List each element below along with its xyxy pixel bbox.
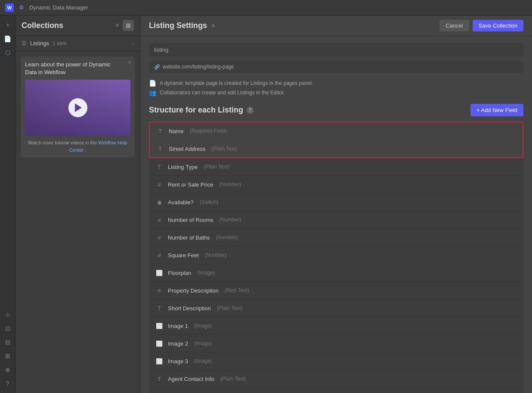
field-row-floorplan[interactable]: ⬜ Floorplan (Image) (149, 264, 523, 282)
field-name-label: Name (169, 128, 184, 134)
field-row-name[interactable]: T Name (Required Field) (150, 122, 523, 140)
structure-help-badge[interactable]: ? (247, 107, 254, 114)
highlighted-fields-group: T Name (Required Field) T Street Address… (149, 122, 523, 158)
app-title: Dynamic Data Manager (29, 4, 88, 11)
field-row-property-description[interactable]: ≡ Property Description (Rich Text) (149, 282, 523, 299)
listings-count: 1 item (53, 41, 67, 47)
sidebar-layout-icon[interactable]: ⊞ (2, 350, 14, 362)
icon-sidebar: ＋ 📄 ⬡ ⊹ ⊡ ⊟ ⊞ ⊕ ? (0, 16, 15, 393)
field-type-label-2: (Plain Text) (211, 146, 237, 152)
field-name-label-2: Street Address (169, 146, 205, 152)
tutorial-thumbnail[interactable] (25, 80, 130, 136)
tutorial-title: Learn about the power of Dynamic Data in… (25, 61, 130, 76)
sidebar-users-icon[interactable]: ⊕ (2, 364, 14, 376)
main-title: Listing Settings (149, 21, 207, 30)
main-close-button[interactable]: × (211, 22, 215, 30)
content-scroll: listing 🔗 website.com/listing/listing-pa… (140, 36, 532, 393)
play-button[interactable] (68, 98, 87, 117)
field-row-image-3[interactable]: ⬜ Image 3 (Image) (149, 352, 523, 370)
field-type-text-icon: T (156, 127, 164, 135)
field-icon-number-3: # (155, 233, 164, 242)
panel-header: Collections × ⊞ (15, 16, 140, 36)
listings-row[interactable]: ☰ Listings 1 item › (15, 36, 140, 51)
field-icon-richtext: ≡ (155, 286, 164, 295)
field-row-image-1[interactable]: ⬜ Image 1 (Image) (149, 317, 523, 335)
field-row-street-address[interactable]: T Street Address (Plain Text) (150, 140, 523, 157)
sidebar-sliders-icon[interactable]: ⊟ (2, 336, 14, 348)
panel-close-button[interactable]: × (115, 22, 119, 29)
field-row-short-description[interactable]: T Short Description (Plain Text) (149, 299, 523, 317)
normal-fields-group: T Listing Type (Plain Text) # Rent or Sa… (149, 158, 523, 387)
field-icon-t: T (155, 162, 164, 171)
field-icon-t-2: T (155, 304, 164, 312)
field-row-agent-contact[interactable]: T Agent Contact Info (Plain Text) (149, 370, 523, 387)
tutorial-close-button[interactable]: × (128, 59, 131, 66)
add-collection-icon: ⊞ (126, 22, 131, 29)
field-icon-image-2: ⬜ (155, 321, 164, 330)
field-icon-switch: ◉ (155, 198, 164, 206)
add-field-row[interactable]: + + Add Field (149, 387, 523, 393)
info-row-2: 👥 Collaborators can create and edit List… (149, 89, 523, 96)
field-icon-image-4: ⬜ (155, 357, 164, 365)
link-icon: 🔗 (154, 64, 160, 70)
panel-title: Collections (22, 21, 63, 30)
top-bar: W ⚙ Dynamic Data Manager (0, 0, 532, 16)
field-row-rent-sale-price[interactable]: # Rent or Sale Price (Number) (149, 176, 523, 193)
page-icon: 📄 (149, 80, 156, 87)
tutorial-card: × Learn about the power of Dynamic Data … (21, 56, 135, 158)
cancel-button[interactable]: Cancel (439, 20, 469, 31)
add-new-field-button[interactable]: + Add New Field (470, 104, 523, 116)
field-type-text-icon-2: T (156, 144, 164, 153)
field-type-label: (Required Field) (190, 128, 227, 134)
structure-header: Structure for each Listing ? + Add New F… (149, 104, 523, 116)
field-icon-number-4: # (155, 251, 164, 259)
field-icon-number: # (155, 180, 164, 189)
field-icon-image-3: ⬜ (155, 339, 164, 348)
sidebar-add-button[interactable]: ＋ (2, 19, 14, 31)
collections-panel: Collections × ⊞ ☰ Listings 1 item › × Le… (15, 16, 140, 393)
field-row-number-of-baths[interactable]: # Number of Baths (Number) (149, 229, 523, 246)
field-row-number-of-rooms[interactable]: # Number of Rooms (Number) (149, 211, 523, 229)
main-header: Listing Settings × Cancel Save Collectio… (140, 16, 532, 36)
listings-icon: ☰ (22, 40, 27, 47)
fields-container: T Name (Required Field) T Street Address… (149, 122, 523, 393)
sidebar-cms-icon[interactable]: ⬡ (2, 47, 14, 59)
save-collection-button[interactable]: Save Collection (473, 20, 523, 31)
info-row-1: 📄 A dynamic template page is created for… (149, 80, 523, 87)
field-row-square-feet[interactable]: # Square Feet (Number) (149, 246, 523, 264)
main-content: Listing Settings × Cancel Save Collectio… (140, 16, 532, 393)
sidebar-help-icon[interactable]: ? (2, 377, 14, 390)
field-row-available[interactable]: ◉ Available? (Switch) (149, 193, 523, 211)
structure-title: Structure for each Listing (149, 106, 243, 115)
app-logo: W (5, 3, 14, 12)
field-icon-image: ⬜ (155, 268, 164, 277)
panel-add-collection-button[interactable]: ⊞ (123, 20, 134, 31)
settings-icon: ⚙ (17, 3, 26, 12)
tutorial-footer: Watch more tutorial videos in the Webflo… (25, 139, 130, 153)
field-row-listing-type[interactable]: T Listing Type (Plain Text) (149, 158, 523, 176)
sidebar-select-icon[interactable]: ⊡ (2, 322, 14, 334)
field-row-image-2[interactable]: ⬜ Image 2 (Image) (149, 335, 523, 352)
listings-name: Listings (30, 40, 49, 47)
collab-icon: 👥 (149, 89, 156, 96)
listings-chevron-icon: › (132, 41, 134, 47)
sidebar-pages-icon[interactable]: 📄 (2, 33, 14, 45)
field-icon-t-3: T (155, 374, 164, 383)
url-bar: 🔗 website.com/listing/listing-page (149, 61, 523, 73)
sidebar-cursor-icon[interactable]: ⊹ (2, 309, 14, 321)
play-triangle-icon (75, 103, 82, 112)
field-icon-number-2: # (155, 215, 164, 224)
collection-name-bar: listing (149, 43, 523, 56)
panel-header-actions: × ⊞ (115, 20, 134, 31)
